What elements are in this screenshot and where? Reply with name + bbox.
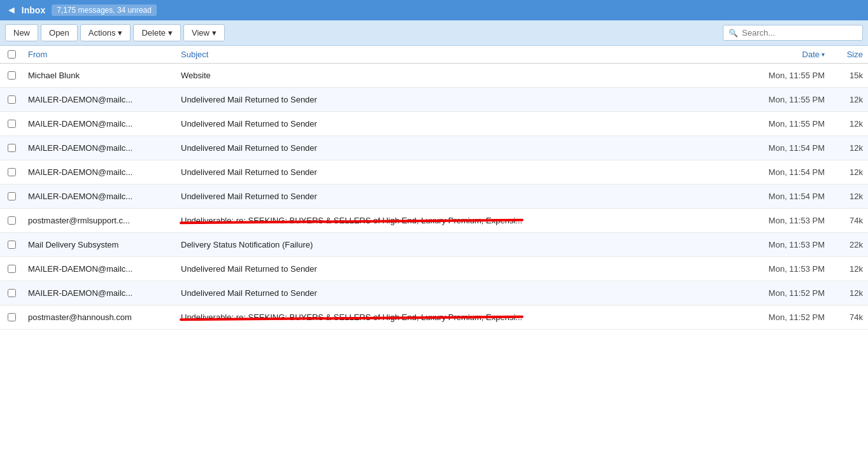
subject-cell: Undelivered Mail Returned to Sender <box>176 186 728 206</box>
row-checkbox-cell <box>0 120 23 128</box>
row-checkbox-cell <box>0 168 23 176</box>
row-checkbox[interactable] <box>8 168 16 176</box>
email-row[interactable]: Michael BlunkWebsiteMon, 11:55 PM15k <box>0 64 868 88</box>
sender-cell: Mail Delivery Subsystem <box>23 235 176 255</box>
size-cell: 22k <box>830 235 868 255</box>
row-checkbox[interactable] <box>8 120 16 128</box>
date-cell: Mon, 11:54 PM <box>728 186 830 206</box>
actions-dropdown-icon: ▾ <box>118 28 122 38</box>
subject-column-header[interactable]: Subject <box>176 50 728 59</box>
row-checkbox-cell <box>0 265 23 273</box>
size-cell: 12k <box>830 186 868 206</box>
row-checkbox[interactable] <box>8 144 16 152</box>
row-checkbox-cell <box>0 289 23 297</box>
subject-cell: Undeliverable: re: SEEKING: BUYERS & SEL… <box>176 307 728 327</box>
row-checkbox[interactable] <box>8 192 16 200</box>
from-column-header[interactable]: From <box>23 50 176 59</box>
column-headers: From Subject Date ▾ Size <box>0 46 868 64</box>
actions-button[interactable]: Actions ▾ <box>80 24 131 41</box>
row-checkbox[interactable] <box>8 216 16 225</box>
select-all-checkbox[interactable] <box>8 50 16 59</box>
email-row[interactable]: MAILER-DAEMON@mailc...Undelivered Mail R… <box>0 88 868 112</box>
size-cell: 12k <box>830 162 868 182</box>
sender-cell: MAILER-DAEMON@mailc... <box>23 114 176 134</box>
size-column-header[interactable]: Size <box>830 50 868 59</box>
date-cell: Mon, 11:54 PM <box>728 162 830 182</box>
email-row[interactable]: MAILER-DAEMON@mailc...Undelivered Mail R… <box>0 136 868 160</box>
subject-cell: Undeliverable: re: SEEKING: BUYERS & SEL… <box>176 211 728 230</box>
delete-dropdown-icon: ▾ <box>168 28 173 38</box>
size-cell: 15k <box>830 66 868 85</box>
sender-cell: MAILER-DAEMON@mailc... <box>23 90 176 109</box>
size-cell: 12k <box>830 138 868 158</box>
email-row[interactable]: MAILER-DAEMON@mailc...Undelivered Mail R… <box>0 185 868 209</box>
size-cell: 12k <box>830 259 868 279</box>
row-checkbox-cell <box>0 241 23 249</box>
row-checkbox[interactable] <box>8 95 16 104</box>
row-checkbox[interactable] <box>8 313 16 321</box>
email-row[interactable]: MAILER-DAEMON@mailc...Undelivered Mail R… <box>0 160 868 185</box>
new-button[interactable]: New <box>5 24 38 41</box>
date-cell: Mon, 11:55 PM <box>728 114 830 134</box>
view-dropdown-icon: ▾ <box>212 28 217 38</box>
message-count: 7,175 messages, 34 unread <box>52 4 157 16</box>
email-row[interactable]: postmaster@hannoush.comUndeliverable: re… <box>0 305 868 330</box>
subject-cell: Website <box>176 66 728 85</box>
date-column-header[interactable]: Date ▾ <box>728 50 830 59</box>
subject-cell: Undelivered Mail Returned to Sender <box>176 283 728 303</box>
subject-cell: Undelivered Mail Returned to Sender <box>176 114 728 134</box>
sender-cell: MAILER-DAEMON@mailc... <box>23 186 176 206</box>
sender-cell: MAILER-DAEMON@mailc... <box>23 138 176 158</box>
search-input[interactable] <box>742 28 857 38</box>
email-row[interactable]: MAILER-DAEMON@mailc...Undelivered Mail R… <box>0 112 868 136</box>
row-checkbox[interactable] <box>8 71 16 80</box>
sender-cell: postmaster@rmlsupport.c... <box>23 211 176 230</box>
row-checkbox-cell <box>0 192 23 200</box>
search-icon: 🔍 <box>729 29 738 38</box>
row-checkbox-cell <box>0 313 23 321</box>
row-checkbox-cell <box>0 71 23 80</box>
size-cell: 12k <box>830 90 868 109</box>
subject-cell: Undelivered Mail Returned to Sender <box>176 138 728 158</box>
email-row[interactable]: MAILER-DAEMON@mailc...Undelivered Mail R… <box>0 257 868 281</box>
date-cell: Mon, 11:55 PM <box>728 66 830 85</box>
sender-cell: MAILER-DAEMON@mailc... <box>23 162 176 182</box>
size-cell: 12k <box>830 114 868 134</box>
date-cell: Mon, 11:52 PM <box>728 307 830 327</box>
select-all-checkbox-header[interactable] <box>0 50 23 59</box>
row-checkbox-cell <box>0 144 23 152</box>
subject-cell: Undelivered Mail Returned to Sender <box>176 90 728 109</box>
date-cell: Mon, 11:53 PM <box>728 259 830 279</box>
date-cell: Mon, 11:55 PM <box>728 90 830 109</box>
subject-cell: Delivery Status Notification (Failure) <box>176 235 728 255</box>
subject-cell: Undelivered Mail Returned to Sender <box>176 259 728 279</box>
email-row[interactable]: postmaster@rmlsupport.c...Undeliverable:… <box>0 209 868 233</box>
date-cell: Mon, 11:53 PM <box>728 235 830 255</box>
size-cell: 74k <box>830 211 868 230</box>
email-list: Michael BlunkWebsiteMon, 11:55 PM15kMAIL… <box>0 64 868 330</box>
open-button[interactable]: Open <box>41 24 78 41</box>
inbox-title: Inbox <box>22 5 45 15</box>
delete-button[interactable]: Delete ▾ <box>133 24 181 41</box>
header-bar: ◄ Inbox 7,175 messages, 34 unread <box>0 0 868 20</box>
row-checkbox-cell <box>0 95 23 104</box>
email-row[interactable]: Mail Delivery SubsystemDelivery Status N… <box>0 233 868 257</box>
back-icon[interactable]: ◄ <box>6 4 17 16</box>
size-cell: 12k <box>830 283 868 303</box>
row-checkbox[interactable] <box>8 289 16 297</box>
date-cell: Mon, 11:53 PM <box>728 211 830 230</box>
sender-cell: postmaster@hannoush.com <box>23 307 176 327</box>
date-cell: Mon, 11:54 PM <box>728 138 830 158</box>
date-sort-icon: ▾ <box>822 51 825 58</box>
row-checkbox[interactable] <box>8 241 16 249</box>
email-row[interactable]: MAILER-DAEMON@mailc...Undelivered Mail R… <box>0 281 868 305</box>
sender-cell: MAILER-DAEMON@mailc... <box>23 259 176 279</box>
sender-cell: Michael Blunk <box>23 66 176 85</box>
row-checkbox-cell <box>0 216 23 225</box>
toolbar: New Open Actions ▾ Delete ▾ View ▾ 🔍 <box>0 20 868 46</box>
subject-cell: Undelivered Mail Returned to Sender <box>176 162 728 182</box>
view-button[interactable]: View ▾ <box>183 24 225 41</box>
row-checkbox[interactable] <box>8 265 16 273</box>
search-box: 🔍 <box>723 25 863 41</box>
size-cell: 74k <box>830 307 868 327</box>
